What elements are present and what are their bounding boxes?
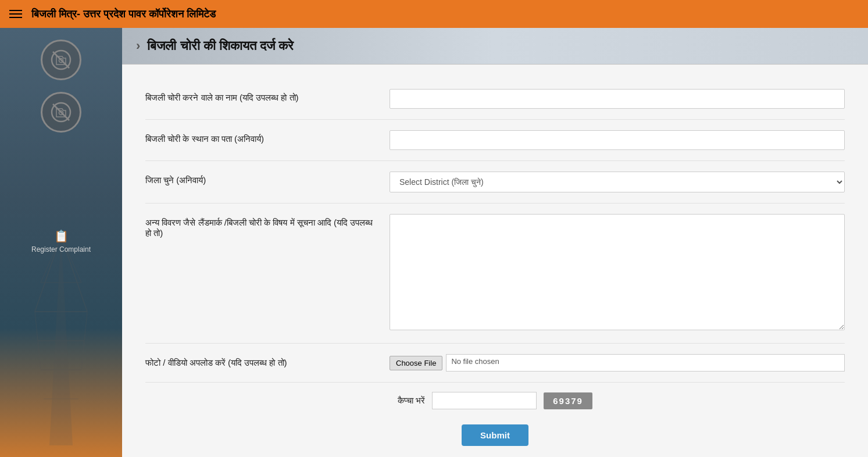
file-input-wrapper: Choose File No file chosen: [390, 354, 845, 372]
file-no-chosen-text: No file chosen: [446, 354, 845, 372]
page-header: › बिजली चोरी की शिकायत दर्ज करे: [122, 28, 868, 65]
menu-icon[interactable]: [9, 10, 22, 18]
app-header: बिजली मित्र- उत्तर प्रदेश पावर कॉर्पोरेश…: [0, 0, 868, 28]
details-field-row: अन्य विवरण जैसे लैंडमार्क /बिजली चोरी के…: [145, 203, 845, 344]
tower-background: [0, 224, 122, 457]
submit-button[interactable]: Submit: [462, 424, 528, 446]
complaint-form: बिजली चोरी करने वाले का नाम (यदि उपलब्ध …: [122, 65, 868, 457]
details-field-label: अन्य विवरण जैसे लैंडमार्क /बिजली चोरी के…: [145, 214, 390, 238]
district-select[interactable]: Select District (जिला चुने) Agra Aligarh…: [390, 172, 845, 192]
submit-row: Submit: [145, 419, 845, 457]
captcha-value: 69379: [544, 392, 592, 409]
file-upload-control: Choose File No file chosen: [390, 354, 845, 372]
name-field-row: बिजली चोरी करने वाले का नाम (यदि उपलब्ध …: [145, 78, 845, 120]
choose-file-button[interactable]: Choose File: [390, 356, 442, 370]
file-upload-row: फोटो / वीडियो अपलोड करें (यदि उपलब्ध हो …: [145, 344, 845, 383]
address-field-control: [390, 130, 845, 150]
sidebar-item-register-complaint[interactable]: 📋 Register Complaint: [0, 223, 122, 259]
page-title: बिजली चोरी की शिकायत दर्ज करे: [147, 38, 294, 53]
district-field-control: Select District (जिला चुने) Agra Aligarh…: [390, 172, 845, 192]
app-title: बिजली मित्र- उत्तर प्रदेश पावर कॉर्पोरेश…: [31, 8, 216, 20]
svg-line-4: [53, 104, 69, 120]
name-field-label: बिजली चोरी करने वाले का नाम (यदि उपलब्ध …: [145, 89, 390, 103]
details-field-control: [390, 214, 845, 333]
district-field-row: जिला चुने (अनिवार्य) Select District (जि…: [145, 161, 845, 203]
captcha-label: कैप्चा भरें: [398, 395, 425, 406]
captcha-input[interactable]: [432, 392, 537, 409]
main-content: › बिजली चोरी की शिकायत दर्ज करे बिजली चो…: [122, 28, 868, 457]
details-textarea[interactable]: [390, 214, 845, 330]
name-input[interactable]: [390, 89, 845, 109]
address-field-label: बिजली चोरी के स्थान का पता (अनिवार्य): [145, 130, 390, 144]
breadcrumb-arrow: ›: [136, 38, 140, 53]
sidebar: 📋 Register Complaint: [0, 28, 122, 457]
sidebar-icons: [0, 28, 122, 133]
camera-icon-1: [41, 40, 81, 80]
register-complaint-icon: 📋: [54, 229, 69, 243]
svg-line-1: [53, 52, 69, 68]
address-field-row: बिजली चोरी के स्थान का पता (अनिवार्य): [145, 120, 845, 161]
captcha-row: कैप्चा भरें 69379: [145, 383, 845, 419]
name-field-control: [390, 89, 845, 109]
address-input[interactable]: [390, 130, 845, 150]
camera-icon-2: [41, 92, 81, 133]
sidebar-item-label: Register Complaint: [31, 245, 91, 254]
file-upload-label: फोटो / वीडियो अपलोड करें (यदि उपलब्ध हो …: [145, 354, 390, 368]
choose-file-label: Choose File: [396, 359, 436, 367]
district-field-label: जिला चुने (अनिवार्य): [145, 172, 390, 185]
main-layout: 📋 Register Complaint › बिजली चोरी की शिक…: [0, 28, 868, 457]
